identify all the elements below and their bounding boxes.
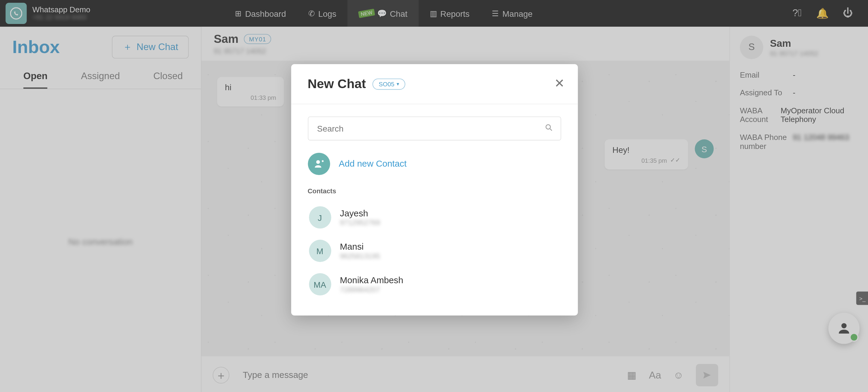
contact-avatar: MA	[309, 273, 331, 295]
svg-point-4	[316, 160, 320, 164]
chevron-down-icon: ▾	[397, 81, 399, 87]
new-chat-modal: New Chat SO05 ▾ ✕ Add	[291, 64, 578, 315]
modal-overlay: New Chat SO05 ▾ ✕ Add	[0, 0, 868, 392]
add-contact-icon	[308, 153, 330, 175]
search-input[interactable]	[308, 117, 561, 141]
contact-row[interactable]: MA Monika Ambesh 7289964207	[308, 268, 558, 301]
contact-phone: 9712952769	[340, 218, 380, 227]
contacts-list[interactable]: J Jayesh 9712952769 M Mansi 9625813195	[308, 201, 561, 301]
contact-phone: 7289964207	[340, 285, 403, 293]
modal-title: New Chat	[308, 77, 366, 91]
contact-name: Mansi	[340, 242, 380, 251]
svg-point-2	[546, 125, 550, 129]
contact-phone: 9625813195	[340, 252, 380, 260]
search-icon	[544, 123, 553, 134]
close-icon[interactable]: ✕	[554, 77, 564, 91]
add-new-contact[interactable]: Add new Contact	[308, 153, 561, 175]
contact-avatar: J	[309, 206, 331, 228]
modal-source-pill[interactable]: SO05 ▾	[373, 78, 406, 89]
contact-name: Jayesh	[340, 208, 380, 218]
contact-row[interactable]: M Mansi 9625813195	[308, 234, 558, 268]
svg-line-3	[550, 129, 552, 131]
contact-name: Monika Ambesh	[340, 275, 403, 285]
contact-row[interactable]: J Jayesh 9712952769	[308, 201, 558, 234]
contacts-heading: Contacts	[308, 187, 561, 195]
contact-avatar: M	[309, 240, 331, 262]
